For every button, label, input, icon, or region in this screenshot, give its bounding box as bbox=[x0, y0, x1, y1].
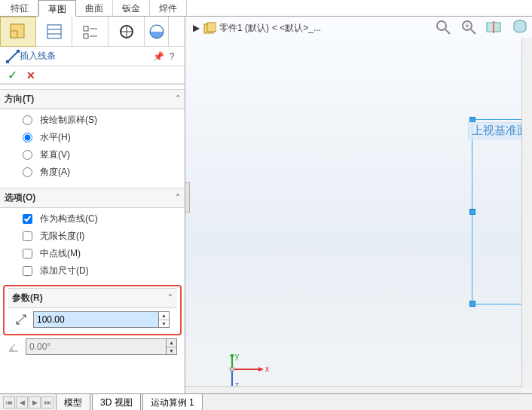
breadcrumb[interactable]: ▶ 零件1 (默认) < <默认>_... bbox=[193, 21, 321, 35]
tab-features[interactable]: 特征 bbox=[2, 0, 38, 16]
section-view-icon bbox=[485, 20, 503, 35]
fm-tab-overflow[interactable] bbox=[145, 17, 169, 47]
parameters-section-highlight: 参数(R) ˄ ▲▼ bbox=[3, 285, 182, 335]
angle-icon bbox=[8, 341, 20, 353]
vertical-scrollbar[interactable] bbox=[521, 38, 532, 387]
display-style-button[interactable] bbox=[511, 18, 529, 36]
zoom-area-icon bbox=[460, 19, 477, 35]
fm-tab-feature-tree[interactable] bbox=[0, 17, 36, 47]
cancel-button[interactable]: ✕ bbox=[26, 69, 35, 81]
bottom-tab-model[interactable]: 模型 bbox=[56, 393, 90, 411]
fm-tab-dimxpert[interactable] bbox=[109, 17, 145, 47]
zoom-area-button[interactable] bbox=[460, 18, 478, 36]
tab-sheetmetal[interactable]: 钣金 bbox=[113, 0, 150, 16]
svg-text:x: x bbox=[265, 365, 269, 373]
tab-weldment[interactable]: 焊件 bbox=[150, 0, 187, 16]
options-body: 作为构造线(C) 无限长度(I) 中点线(M) 添加尺寸(D) bbox=[0, 208, 185, 282]
opt-angle[interactable]: 角度(A) bbox=[23, 166, 177, 179]
svg-line-16 bbox=[17, 315, 26, 324]
tab-nav-prev[interactable]: ◀ bbox=[16, 396, 28, 408]
section-header-direction[interactable]: 方向(T) ˄ bbox=[0, 89, 185, 109]
fm-tab-property-manager[interactable] bbox=[36, 17, 72, 47]
bottom-tab-bar: ⏮ ◀ ▶ ⏭ 模型 3D 视图 运动算例 1 bbox=[0, 393, 532, 410]
tab-nav-first[interactable]: ⏮ bbox=[3, 396, 15, 408]
angle-spinner: ▲▼ bbox=[166, 339, 176, 354]
breadcrumb-part: 零件1 (默认) bbox=[219, 22, 269, 35]
command-tabs: 特征 草图 曲面 钣金 焊件 bbox=[0, 0, 532, 17]
length-spinner[interactable]: ▲▼ bbox=[158, 312, 169, 327]
dimxpert-icon bbox=[118, 23, 135, 40]
direction-title: 方向(T) bbox=[5, 93, 176, 106]
svg-marker-29 bbox=[258, 367, 264, 372]
overflow-icon bbox=[148, 23, 165, 40]
plane-handle-bl[interactable] bbox=[469, 301, 475, 307]
tab-nav-next[interactable]: ▶ bbox=[29, 396, 41, 408]
pin-icon[interactable]: 📌 bbox=[151, 51, 165, 62]
opt-midpoint[interactable]: 中点线(M) bbox=[23, 247, 177, 260]
fm-tab-config-manager[interactable] bbox=[72, 17, 109, 47]
graphics-area[interactable]: ▶ 零件1 (默认) < <默认>_... 上视基准面 x bbox=[185, 17, 532, 393]
svg-rect-2 bbox=[47, 25, 61, 38]
chevron-up-icon: ˄ bbox=[168, 293, 173, 304]
section-header-params[interactable]: 参数(R) ˄ bbox=[8, 288, 177, 308]
part-icon bbox=[203, 21, 216, 35]
property-body: 方向(T) ˄ 按绘制原样(S) 水平(H) 竖直(V) 角度(A) 选项(O)… bbox=[0, 84, 185, 393]
svg-line-22 bbox=[471, 29, 475, 34]
bottom-tab-3dview[interactable]: 3D 视图 bbox=[92, 393, 141, 411]
length-icon bbox=[15, 314, 27, 326]
confirm-row: ✓ ✕ bbox=[0, 66, 185, 84]
line-tool-icon bbox=[6, 50, 20, 63]
feature-manager-toolbar bbox=[0, 17, 185, 47]
opt-as-drawn[interactable]: 按绘制原样(S) bbox=[23, 114, 177, 127]
plane-handle-ml[interactable] bbox=[469, 209, 475, 215]
svg-line-20 bbox=[445, 29, 450, 34]
svg-rect-1 bbox=[11, 31, 17, 38]
svg-line-13 bbox=[8, 51, 18, 62]
section-view-button[interactable] bbox=[485, 18, 503, 36]
section-header-options[interactable]: 选项(O) ˄ bbox=[0, 188, 185, 208]
chevron-up-icon: ˄ bbox=[176, 94, 180, 105]
property-manager-pane: 插入线条 📌 ? ✓ ✕ 方向(T) ˄ 按绘制原样(S) 水平(H) 竖直(V… bbox=[0, 17, 185, 393]
zoom-fit-button[interactable] bbox=[434, 18, 452, 36]
svg-rect-5 bbox=[84, 26, 88, 31]
pane-splitter-handle[interactable] bbox=[185, 182, 190, 213]
ok-button[interactable]: ✓ bbox=[8, 68, 17, 82]
direction-body: 按绘制原样(S) 水平(H) 竖直(V) 角度(A) bbox=[0, 109, 185, 183]
tab-nav-last[interactable]: ⏭ bbox=[41, 396, 54, 408]
tab-sketch[interactable]: 草图 bbox=[38, 0, 76, 17]
breadcrumb-config: < <默认>_... bbox=[272, 22, 321, 35]
opt-infinite[interactable]: 无限长度(I) bbox=[23, 230, 177, 243]
svg-text:y: y bbox=[235, 354, 239, 360]
help-icon[interactable]: ? bbox=[165, 51, 179, 62]
svg-marker-32 bbox=[230, 354, 234, 356]
property-manager-icon bbox=[46, 23, 63, 40]
config-manager-icon bbox=[82, 23, 99, 40]
svg-rect-6 bbox=[84, 34, 88, 38]
opt-vertical[interactable]: 竖直(V) bbox=[23, 148, 177, 161]
tab-surface[interactable]: 曲面 bbox=[76, 0, 113, 16]
angle-input bbox=[26, 339, 166, 354]
tab-nav-arrows: ⏮ ◀ ▶ ⏭ bbox=[3, 396, 54, 408]
opt-construction[interactable]: 作为构造线(C) bbox=[23, 213, 177, 225]
svg-rect-18 bbox=[207, 23, 216, 32]
svg-point-19 bbox=[437, 21, 446, 30]
chevron-up-icon: ˄ bbox=[176, 193, 180, 203]
svg-point-37 bbox=[230, 367, 234, 372]
options-title: 选项(O) bbox=[5, 191, 176, 204]
feature-tree-icon bbox=[8, 22, 28, 41]
param-length-row: ▲▼ bbox=[8, 308, 177, 331]
command-header: 插入线条 📌 ? bbox=[0, 47, 185, 66]
zoom-fit-icon bbox=[435, 19, 451, 35]
command-title: 插入线条 bbox=[20, 50, 151, 63]
breadcrumb-arrow-icon: ▶ bbox=[193, 23, 200, 33]
heads-up-toolbar bbox=[434, 18, 529, 36]
horizontal-scrollbar[interactable] bbox=[185, 386, 521, 393]
length-input[interactable] bbox=[34, 312, 158, 327]
svg-rect-14 bbox=[6, 60, 9, 63]
bottom-tab-motion[interactable]: 运动算例 1 bbox=[142, 393, 203, 411]
opt-horizontal[interactable]: 水平(H) bbox=[23, 131, 177, 144]
param-angle-row: ▲▼ bbox=[0, 335, 185, 358]
display-style-icon bbox=[512, 19, 528, 35]
opt-adddim[interactable]: 添加尺寸(D) bbox=[23, 265, 177, 277]
params-title: 参数(R) bbox=[12, 292, 168, 304]
